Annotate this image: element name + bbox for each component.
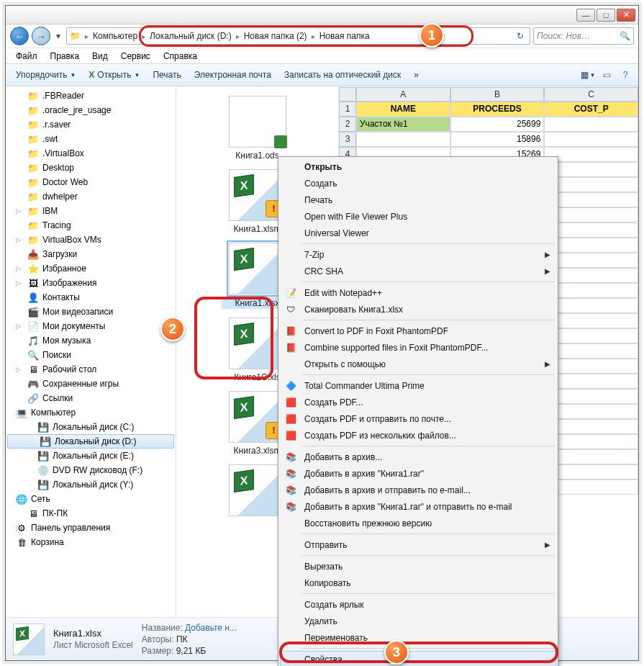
more-button[interactable]: » (408, 67, 425, 83)
menu-view[interactable]: Вид (86, 50, 114, 63)
crumb-computer[interactable]: Компьютер (90, 28, 140, 44)
context-menu-item[interactable]: CRC SHA▶ (280, 263, 556, 279)
menu-tools[interactable]: Сервис (115, 50, 156, 63)
organize-button[interactable]: Упорядочить▼ (10, 67, 81, 83)
email-button[interactable]: Электронная почта (189, 67, 277, 83)
refresh-button[interactable]: ↻ (512, 31, 528, 41)
context-menu-item[interactable]: Universal Viewer (280, 225, 556, 241)
context-menu-item[interactable]: Переименовать (280, 629, 556, 646)
tree-item[interactable]: 🎮Сохраненные игры (6, 377, 176, 391)
tree-item[interactable]: 💾Локальный диск (Y:) (6, 477, 176, 492)
context-menu-item[interactable]: Удалить (280, 613, 556, 629)
search-input[interactable]: Поиск: Нов… 🔍 (533, 27, 634, 45)
menu-bar: Файл Правка Вид Сервис Справка (6, 48, 638, 63)
tree-item[interactable]: 💾Локальный диск (E:) (6, 449, 176, 463)
file-item[interactable]: Книга1.ods (222, 96, 294, 161)
folder-tree[interactable]: 📁.FBReader📁.oracle_jre_usage📁.r.saver📁.s… (6, 87, 176, 617)
tree-item[interactable]: ▷🖥Рабочий стол (6, 362, 176, 377)
context-menu-item[interactable]: 📕Convert to PDF in Foxit PhantomPDF (280, 323, 556, 339)
annotation-badge-1: 1 (419, 23, 444, 48)
tree-item[interactable]: 📁.oracle_jre_usage (6, 103, 176, 117)
context-menu-item[interactable]: 📕Combine supported files in Foxit Phanto… (280, 339, 556, 356)
help-icon[interactable]: ? (617, 67, 634, 83)
tree-item[interactable]: ▷🌐Сеть (6, 492, 176, 506)
annotation-badge-3: 3 (384, 640, 409, 665)
tree-item[interactable]: 🖥ПК-ПК (6, 506, 176, 521)
context-menu-item[interactable]: 📝Edit with Notepad++ (280, 284, 556, 301)
context-menu-item[interactable]: 🟥Создать PDF из нескольких файлов... (280, 427, 556, 444)
context-menu-item[interactable]: Open with File Viewer Plus (280, 208, 556, 225)
history-drop[interactable]: ▾ (53, 28, 63, 44)
tree-item[interactable]: 🗑Корзина (6, 535, 176, 549)
address-bar[interactable]: 📁 ▸ Компьютер▸ Локальный диск (D:)▸ Нова… (66, 27, 530, 45)
annotation-badge-2: 2 (160, 317, 185, 341)
open-button[interactable]: XОткрыть▼ (83, 67, 145, 83)
details-filename: Книга1.xlsx (53, 628, 133, 639)
tree-item[interactable]: 📁.FBReader (6, 89, 176, 103)
menu-help[interactable]: Справка (158, 50, 203, 63)
tree-item[interactable]: ▷📁VirtualBox VMs (6, 233, 176, 247)
context-menu-item[interactable]: Печать (280, 192, 556, 208)
crumb-folder1[interactable]: Новая папка (2) (241, 28, 310, 44)
tree-item[interactable]: ▷📁IBM (6, 204, 176, 218)
maximize-button[interactable]: □ (597, 9, 615, 22)
tree-item[interactable]: 📁Desktop (6, 161, 176, 175)
context-menu-item[interactable]: Копировать (280, 575, 556, 591)
tree-item[interactable]: 📥Загрузки (6, 247, 176, 261)
menu-edit[interactable]: Правка (45, 50, 86, 63)
tree-item[interactable]: 🎵Моя музыка (6, 333, 176, 348)
tree-item[interactable]: ▷📄Мои документы (6, 319, 176, 333)
tree-item[interactable]: ▷💻Компьютер (6, 405, 176, 420)
view-icon[interactable]: ▦▼ (579, 67, 597, 83)
context-menu-item[interactable]: Открыть с помощью▶ (280, 356, 556, 372)
tree-item[interactable]: ▷⭐Избранное (6, 261, 176, 276)
context-menu-item[interactable]: Открыть (280, 158, 556, 175)
context-menu-item[interactable]: 🛡Сканировать Книга1.xlsx (280, 301, 556, 318)
back-button[interactable]: ← (10, 27, 29, 45)
context-menu-item[interactable]: 📚Добавить в архив "Книга1.rar" и отправи… (280, 498, 556, 515)
tree-item[interactable]: 💾Локальный диск (D:) (7, 434, 174, 449)
context-menu-item[interactable]: Вырезать (280, 558, 556, 575)
forward-button[interactable]: → (32, 27, 50, 45)
preview-icon[interactable]: ▭ (598, 67, 615, 83)
context-menu-item[interactable]: 📚Добавить в архив... (280, 449, 556, 465)
context-menu-item[interactable]: 🟥Создать PDF... (280, 394, 556, 410)
context-menu-item[interactable]: Свойства (280, 651, 556, 666)
tree-item[interactable]: 🔍Поиски (6, 348, 176, 362)
close-button[interactable]: ✕ (617, 9, 635, 22)
context-menu-item[interactable]: Отправить▶ (280, 536, 556, 553)
print-button[interactable]: Печать (147, 67, 186, 83)
menu-file[interactable]: Файл (10, 50, 43, 63)
context-menu-item[interactable]: Восстановить прежнюю версию (280, 515, 556, 531)
tree-item[interactable]: 👤Контакты (6, 290, 176, 305)
search-icon: 🔍 (620, 31, 630, 41)
context-menu-item[interactable]: 🔷Total Commander Ultima Prime (280, 377, 556, 394)
context-menu[interactable]: ОткрытьСоздатьПечатьOpen with File Viewe… (278, 156, 558, 666)
tree-item[interactable]: 📁Doctor Web (6, 175, 176, 189)
nav-bar: ← → ▾ 📁 ▸ Компьютер▸ Локальный диск (D:)… (6, 24, 638, 48)
crumb-drive[interactable]: Локальный диск (D:) (147, 28, 235, 44)
tree-item[interactable]: 🎬Мои видеозаписи (6, 305, 176, 319)
tree-item[interactable]: 📁.swt (6, 132, 176, 146)
context-menu-item[interactable]: 7-Zip▶ (280, 246, 556, 263)
tree-item[interactable]: 💿DVD RW дисковод (F:) (6, 463, 176, 477)
tree-item[interactable]: 📁.VirtualBox (6, 146, 176, 161)
toolbar: Упорядочить▼ XОткрыть▼ Печать Электронна… (6, 63, 638, 86)
context-menu-item[interactable]: Создать ярлык (280, 596, 556, 613)
tree-item[interactable]: ▷⚙Панель управления (6, 521, 176, 535)
context-menu-item[interactable]: Создать (280, 175, 556, 192)
minimize-button[interactable]: — (576, 9, 595, 22)
tree-item[interactable]: 📁Tracing (6, 218, 176, 233)
context-menu-item[interactable]: 📚Добавить в архив "Книга1.rar" (280, 465, 556, 482)
tree-item[interactable]: ▷🖼Изображения (6, 276, 176, 290)
tree-item[interactable]: 💾Локальный диск (C:) (6, 420, 176, 434)
burn-button[interactable]: Записать на оптический диск (278, 67, 407, 83)
context-menu-item[interactable]: 🟥Создать PDF и отправить по почте... (280, 410, 556, 427)
context-menu-item[interactable]: 📚Добавить в архив и отправить по e-mail.… (280, 482, 556, 498)
tree-item[interactable]: 📁dwhelper (6, 189, 176, 204)
tree-item[interactable]: 📁.r.saver (6, 117, 176, 132)
details-file-icon (13, 624, 45, 655)
tree-item[interactable]: 🔗Ссылки (6, 391, 176, 405)
crumb-folder2[interactable]: Новая папка (317, 28, 373, 44)
details-filetype: Лист Microsoft Excel (53, 640, 133, 650)
